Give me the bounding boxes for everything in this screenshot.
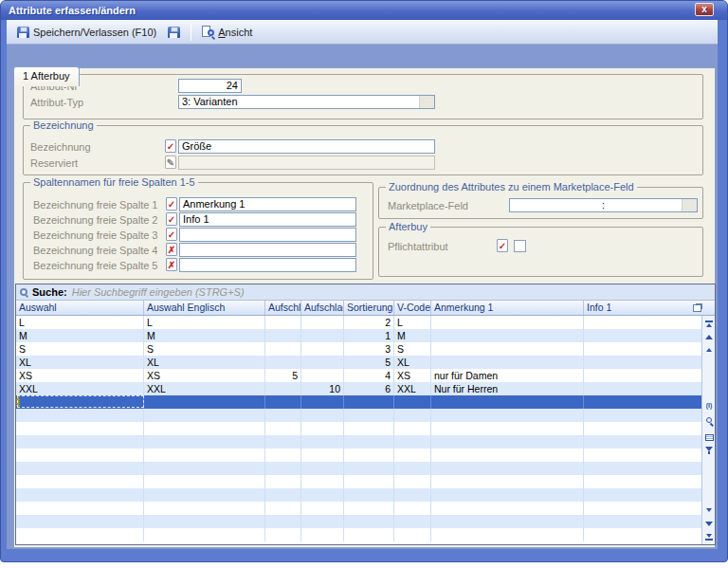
pflichtattribut-checkbox[interactable] — [514, 240, 526, 252]
close-button[interactable]: x — [695, 3, 714, 16]
scroll-last-icon[interactable] — [702, 531, 716, 542]
scroll-first-icon[interactable] — [702, 318, 716, 329]
attribut-typ-label: Attribut-Typ — [30, 97, 83, 108]
save-exit-label: Speichern/Verlassen (F10) — [33, 27, 156, 38]
scroll-up-icon[interactable] — [702, 344, 716, 356]
dialog-window: Attribute erfassen/ändern x Speichern/Ve… — [0, 0, 728, 562]
cross-flag-icon: ✗ — [166, 258, 177, 271]
empty-row[interactable] — [16, 409, 703, 422]
grid-body: LL2L MM1M SS3S XLXL5XL XSXS54XSnur für D… — [16, 316, 703, 544]
col-header-info[interactable]: Info 1 — [584, 301, 690, 315]
bezeichnung-label: Bezeichnung — [30, 141, 91, 153]
spalte5-label: Bezeichnung freie Spalte 5 — [33, 260, 157, 271]
focused-cell-rect — [17, 395, 144, 408]
spalte3-label: Bezeichnung freie Spalte 3 — [33, 229, 157, 241]
check-flag-icon: ✓ — [165, 139, 176, 153]
bezeichnung-field[interactable]: Größe — [178, 139, 435, 154]
spalte1-field[interactable]: Anmerkung 1 — [179, 197, 356, 211]
table-row[interactable]: XSXS54XSnur für Damen — [16, 369, 703, 382]
table-row[interactable]: XLXL5XL — [16, 356, 703, 369]
grid-header: Auswahl Auswahl Englisch Aufschlag Aufsc… — [16, 301, 715, 316]
save-exit-button[interactable]: Speichern/Verlassen (F10) — [11, 24, 162, 41]
save-icon — [17, 27, 29, 38]
spalte2-field[interactable]: Info 1 — [179, 212, 356, 227]
edit-indicator-icon: (I) — [702, 399, 716, 411]
marketplace-label: Marketplace-Feld — [388, 200, 468, 211]
table-row[interactable]: SS3S — [16, 342, 703, 356]
col-header-vcode[interactable]: V-Code — [394, 301, 431, 315]
empty-row[interactable] — [16, 515, 703, 528]
scroll-pageup-icon[interactable] — [702, 331, 716, 342]
check-flag-icon: ✓ — [166, 212, 177, 226]
ansicht-label: Ansicht — [218, 27, 252, 38]
spalte2-label: Bezeichnung freie Spalte 2 — [33, 214, 157, 226]
spalte1-label: Bezeichnung freie Spalte 1 — [33, 199, 157, 211]
ansicht-button[interactable]: Ansicht — [196, 23, 258, 41]
table-row[interactable]: LL2L — [16, 316, 703, 329]
cross-flag-icon: ✗ — [166, 243, 177, 256]
table-row[interactable]: XXLXXL106XXLNur für Herren — [16, 382, 703, 395]
pencil-icon: ✎ — [165, 156, 176, 169]
search-hint: Hier Suchbegriff eingeben (STRG+S) — [72, 286, 245, 298]
col-header-aufschlag-eur[interactable]: Aufschlag € — [301, 301, 344, 315]
column-chooser-button[interactable] — [690, 301, 703, 315]
save-icon — [168, 27, 180, 38]
column-chooser-icon — [693, 304, 701, 312]
empty-row[interactable] — [16, 475, 703, 488]
spalten-group-title: Spaltennamen für freie Spalten 1-5 — [30, 176, 198, 188]
scroll-pagedown-icon[interactable] — [702, 518, 716, 529]
marketplace-group-title: Zuordnung des Attributes zu einem Market… — [386, 181, 637, 192]
search-label: Suche: — [32, 286, 67, 298]
spalte5-field[interactable] — [179, 258, 356, 272]
reserviert-field — [178, 156, 435, 170]
reserviert-label: Reserviert — [30, 157, 78, 169]
search-icon — [20, 288, 27, 296]
check-flag-icon: ✓ — [166, 228, 177, 241]
selected-new-row[interactable] — [16, 395, 703, 409]
empty-row[interactable] — [16, 502, 703, 515]
tab-page-afterbuy: Attribut-Nr 24 Attribut-Typ 3: Varianten… — [13, 67, 716, 548]
marketplace-field[interactable]: : — [509, 198, 698, 212]
spalte4-field[interactable] — [179, 243, 356, 257]
spalte3-field[interactable] — [179, 228, 356, 242]
check-flag-icon: ✓ — [497, 239, 508, 252]
empty-row[interactable] — [16, 435, 703, 449]
grid-nav-strip: (I) — [701, 316, 715, 544]
empty-row[interactable] — [16, 488, 703, 502]
attribut-typ-combo[interactable]: 3: Varianten — [178, 95, 435, 109]
toolbar: Speichern/Verlassen (F10) Ansicht — [7, 20, 718, 45]
bezeichnung-group-title: Bezeichnung — [30, 119, 97, 131]
col-header-anmerkung[interactable]: Anmerkung 1 — [431, 301, 584, 315]
spalte4-label: Bezeichnung freie Spalte 4 — [33, 245, 157, 256]
filter-icon[interactable] — [702, 445, 716, 456]
check-flag-icon: ✓ — [166, 197, 177, 211]
scroll-down-icon[interactable] — [702, 504, 716, 516]
col-header-sortierung[interactable]: Sortierung — [344, 301, 394, 315]
empty-row[interactable] — [16, 422, 703, 435]
attribut-nr-field[interactable]: 24 — [178, 79, 242, 93]
pflichtattribut-label: Pflichtattribut — [388, 241, 448, 252]
col-header-aufschlag[interactable]: Aufschlag — [265, 301, 301, 315]
col-header-auswahl[interactable]: Auswahl — [16, 301, 144, 315]
tab-afterbuy[interactable]: 1 Afterbuy — [13, 66, 80, 86]
auswahl-grid: Suche: Hier Suchbegriff eingeben (STRG+S… — [15, 284, 716, 545]
empty-row[interactable] — [16, 449, 703, 462]
empty-row[interactable] — [16, 462, 703, 475]
titlebar: Attribute erfassen/ändern x — [1, 1, 727, 20]
grid-search-bar[interactable]: Suche: Hier Suchbegriff eingeben (STRG+S… — [16, 284, 715, 301]
col-header-auswahl-englisch[interactable]: Auswahl Englisch — [144, 301, 265, 315]
empty-row[interactable] — [16, 528, 703, 541]
edit-row-icon[interactable] — [702, 431, 716, 443]
afterbuy-group-title: Afterbuy — [386, 221, 430, 232]
preview-icon — [202, 26, 214, 38]
search-row-icon[interactable] — [702, 414, 716, 426]
window-title: Attribute erfassen/ändern — [9, 5, 136, 16]
toolbar-separator — [191, 24, 191, 41]
table-row[interactable]: MM1M — [16, 329, 703, 342]
content-frame: Speichern/Verlassen (F10) Ansicht 1 Afte… — [7, 20, 718, 549]
save-button[interactable] — [162, 24, 186, 41]
